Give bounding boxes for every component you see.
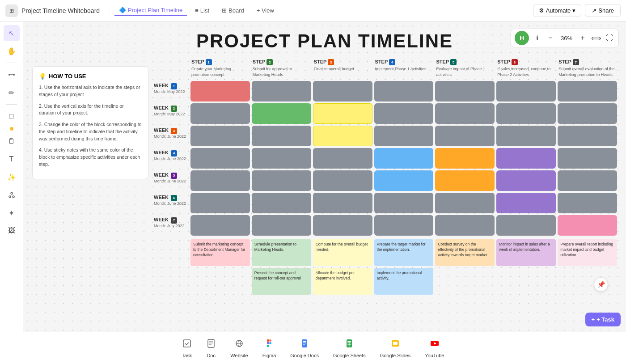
block-w6-s4 [374,193,434,213]
tab-label: Board [228,7,244,14]
block-w6-s1 [190,193,250,213]
youtube-label: YouTube [425,353,444,358]
block-w5-s6 [496,170,556,191]
block-w5-s7 [558,170,617,191]
block-w6-s2 [252,193,311,213]
add-task-button[interactable]: + + Task [585,313,621,326]
block-w3-s4 [374,126,434,146]
google-slides-icon [390,339,400,351]
tool-cursor[interactable]: ↖ [4,25,20,41]
google-slides-label: Google Slides [380,353,411,358]
sticky-4-1: Prepare the target market for the implem… [374,239,434,266]
tab-board[interactable]: ⊞ Board [217,5,249,16]
sticky-1-1: Submit the marketing concept to the Depa… [190,239,250,266]
step-2-header: STEP 2 Submit for approval to Marketing … [252,57,311,79]
tool-node[interactable] [4,187,20,203]
sidebar-separator [6,63,17,63]
how-item-4: 4. Use sticky notes with the same color … [39,147,142,168]
step-5-header: STEP 5 Evaluate impact of Phase 1 activi… [435,57,495,79]
week-5-label: WEEK 5 Month: June 2022 [153,170,189,191]
sticky-2-1: Schedule presentation to Marketing Heads… [252,239,311,266]
share-button[interactable]: ↗ Share [585,4,621,17]
svg-rect-21 [303,344,305,345]
svg-point-3 [11,192,13,194]
youtube-icon [430,339,440,351]
block-w1-s5 [435,81,495,102]
step-1-header: STEP 1 Create your Marketing promotion c… [190,57,250,79]
tool-dot [10,127,13,131]
bottombar: Task Doc Website Figma [0,332,626,364]
tool-star[interactable]: ✦ [4,205,20,221]
block-w1-s3 [313,81,372,102]
topbar-actions: ⚙ Automate ▾ ↗ Share [533,4,621,17]
svg-rect-18 [302,339,307,347]
tool-image[interactable]: 🖼 [4,223,20,239]
bottombar-website[interactable]: Website [230,339,248,358]
board-content: PROJECT PLAN TIMELINE 💡 HOW TO USE 1. Us… [32,30,617,327]
empty-header [153,57,189,79]
block-w2-s3 [313,103,372,124]
stickies-step3: Compute for the overall budget needed. A… [313,239,372,295]
task-label: Task [182,353,192,358]
svg-rect-14 [269,339,271,342]
website-label: Website [230,353,248,358]
block-w4-s7 [558,148,617,169]
tab-label: List [200,7,209,14]
bottombar-google-docs[interactable]: Google Docs [290,339,319,358]
week-7-label: WEEK 7 Month: July 2022 [153,215,189,236]
automate-button[interactable]: ⚙ Automate ▾ [533,4,582,17]
tool-connector[interactable] [4,67,20,83]
week-1-label: WEEK 1 Month: May 2022 [153,81,189,102]
doc-icon [206,339,216,351]
tab-list[interactable]: ≡ List [190,5,214,16]
block-w2-s7 [558,103,617,124]
app-logo[interactable]: ⊞ [5,4,18,17]
block-w5-s4 [374,170,434,191]
board-title: PROJECT PLAN TIMELINE [32,30,617,52]
how-item-2: 2. Use the vertical axis for the timelin… [39,103,142,117]
bottombar-google-sheets[interactable]: Google Sheets [333,339,366,358]
stickies-step1: Submit the marketing concept to the Depa… [190,239,250,295]
block-w3-s1 [190,126,250,146]
figma-icon [264,339,274,351]
bottombar-youtube[interactable]: YouTube [425,339,444,358]
block-w6-s5 [435,193,495,213]
tab-project-plan[interactable]: 🔷 Project Plan Timeline [114,5,187,16]
svg-point-17 [269,342,271,344]
board-icon: ⊞ [222,7,227,14]
tool-text[interactable]: T [4,151,20,167]
block-w7-s7 [558,215,617,236]
how-item-1: 1. Use the horizontal axis to indicate t… [39,84,142,98]
bottombar-google-slides[interactable]: Google Slides [380,339,411,358]
block-w3-s5 [435,126,495,146]
svg-rect-8 [183,340,190,347]
automate-icon: ⚙ [539,7,544,14]
block-w2-s6 [496,103,556,124]
sticky-3-2: Allocate the budget per department invol… [313,268,372,295]
svg-rect-13 [267,339,269,342]
block-w4-s2 [252,148,311,169]
bottombar-figma[interactable]: Figma [262,339,276,358]
svg-point-5 [13,196,14,198]
block-w4-s5 [435,148,495,169]
tool-hand[interactable]: ✋ [4,43,20,59]
pin-button[interactable]: 📌 [594,277,608,292]
svg-rect-28 [393,342,398,345]
sticky-4-2: Implement the promotional activity. [374,268,434,295]
tool-sparkle[interactable]: ✨ [4,169,20,185]
block-w3-s3 [313,126,372,146]
tool-shape[interactable]: □ [4,108,20,124]
how-to-use-title: 💡 HOW TO USE [39,73,142,80]
stickies-step4: Prepare the target market for the implem… [374,239,434,295]
block-w3-s7 [558,126,617,146]
tab-view[interactable]: + View [252,5,279,16]
block-w3-s2 [252,126,311,146]
svg-line-7 [12,194,13,196]
block-w3-s6 [496,126,556,146]
block-w1-s6 [496,81,556,102]
bottombar-doc[interactable]: Doc [206,339,216,358]
tool-sticky[interactable]: 🗒 [4,133,20,149]
tool-pen[interactable]: ✏ [4,85,20,101]
bottombar-task[interactable]: Task [182,339,192,358]
canvas: H ℹ − 36% + ⟺ ⛶ PROJECT PLAN TIMELINE 💡 … [23,21,626,332]
